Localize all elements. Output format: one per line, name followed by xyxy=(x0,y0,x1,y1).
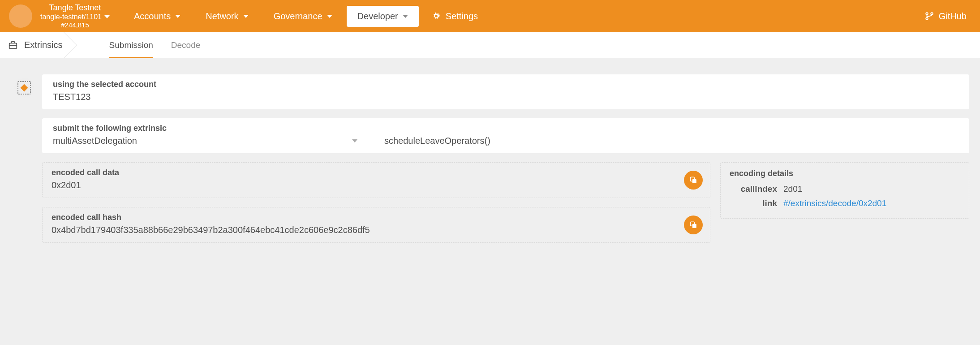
tab-submission-label: Submission xyxy=(109,40,153,50)
pallet-selector[interactable]: multiAssetDelegation xyxy=(53,136,357,146)
nav-accounts-label: Accounts xyxy=(134,11,171,22)
breadcrumb-label: Extrinsics xyxy=(24,40,63,50)
method-selector[interactable]: scheduleLeaveOperators() xyxy=(384,136,490,146)
link-key: link xyxy=(730,196,777,211)
copy-icon xyxy=(689,221,697,229)
tabs: Submission Decode xyxy=(109,32,201,58)
encoded-call-hash-card: encoded call hash 0x4bd7bd179403f335a88b… xyxy=(42,207,710,243)
account-label: using the selected account xyxy=(53,80,959,89)
tab-submission[interactable]: Submission xyxy=(109,32,153,58)
chevron-down-icon xyxy=(175,15,181,18)
content-area: using the selected account TEST123 submi… xyxy=(0,58,980,261)
nav-developer[interactable]: Developer xyxy=(347,6,419,27)
brand-name: Tangle Testnet xyxy=(49,3,101,13)
top-navbar: Tangle Testnet tangle-testnet/1101 #244,… xyxy=(0,0,980,32)
encoding-details-card: encoding details callindex 2d01 link #/e… xyxy=(720,162,969,219)
copy-icon xyxy=(689,176,697,184)
encoded-call-data-label: encoded call data xyxy=(52,168,701,177)
nav-github[interactable]: GitHub xyxy=(924,11,971,22)
tab-decode[interactable]: Decode xyxy=(171,32,201,58)
callindex-key: callindex xyxy=(730,182,777,196)
copy-call-data-button[interactable] xyxy=(684,171,703,190)
chevron-down-icon xyxy=(104,15,110,18)
block-number: #244,815 xyxy=(61,21,89,29)
nav-accounts[interactable]: Accounts xyxy=(123,6,191,27)
account-selector[interactable]: using the selected account TEST123 xyxy=(42,74,969,109)
brand-sub: tangle-testnet/1101 xyxy=(40,13,102,21)
sub-navbar: Extrinsics Submission Decode xyxy=(0,32,980,58)
extrinsic-label: submit the following extrinsic xyxy=(53,124,959,133)
copy-call-hash-button[interactable] xyxy=(684,216,703,234)
encoded-call-hash-value: 0x4bd7bd179403f335a88b66e29b63497b2a300f… xyxy=(52,225,701,235)
nav-github-label: GitHub xyxy=(939,11,967,22)
chevron-down-icon xyxy=(327,15,332,18)
callindex-value: 2d01 xyxy=(783,182,802,196)
nav-settings[interactable]: Settings xyxy=(422,6,487,27)
extrinsic-card: submit the following extrinsic multiAsse… xyxy=(42,118,969,153)
nav-governance-label: Governance xyxy=(274,11,322,22)
pallet-value: multiAssetDelegation xyxy=(53,136,137,146)
nav-governance[interactable]: Governance xyxy=(263,6,343,27)
nav-developer-label: Developer xyxy=(357,11,398,22)
encoding-row: encoded call data 0x2d01 encoded call ha… xyxy=(42,162,969,243)
svg-point-0 xyxy=(926,13,928,15)
chevron-down-icon xyxy=(243,15,249,18)
nav-network-label: Network xyxy=(206,11,238,22)
breadcrumb-arrow xyxy=(64,32,83,58)
briefcase-icon xyxy=(8,40,18,50)
encoding-details-label: encoding details xyxy=(730,169,960,178)
breadcrumb[interactable]: Extrinsics xyxy=(8,32,73,58)
branch-icon xyxy=(924,11,934,21)
encoded-call-data-card: encoded call data 0x2d01 xyxy=(42,162,710,198)
encoded-call-data-value: 0x2d01 xyxy=(52,180,701,190)
nav-settings-label: Settings xyxy=(446,11,478,22)
method-value: scheduleLeaveOperators() xyxy=(384,136,490,146)
svg-point-2 xyxy=(931,13,933,15)
account-row: using the selected account TEST123 xyxy=(14,74,969,109)
decode-link[interactable]: #/extrinsics/decode/0x2d01 xyxy=(783,196,886,211)
brand-text[interactable]: Tangle Testnet tangle-testnet/1101 #244,… xyxy=(40,3,110,30)
account-identicon xyxy=(14,78,34,98)
nav-network[interactable]: Network xyxy=(195,6,259,27)
svg-point-1 xyxy=(926,17,928,20)
gear-icon xyxy=(431,11,441,21)
chevron-down-icon xyxy=(403,15,408,18)
chevron-down-icon xyxy=(352,139,357,142)
tab-decode-label: Decode xyxy=(171,40,201,50)
main-nav: Accounts Network Governance Developer Se… xyxy=(123,6,487,27)
brand-logo xyxy=(9,4,32,28)
encoded-call-hash-label: encoded call hash xyxy=(52,213,701,222)
account-value: TEST123 xyxy=(53,92,959,102)
